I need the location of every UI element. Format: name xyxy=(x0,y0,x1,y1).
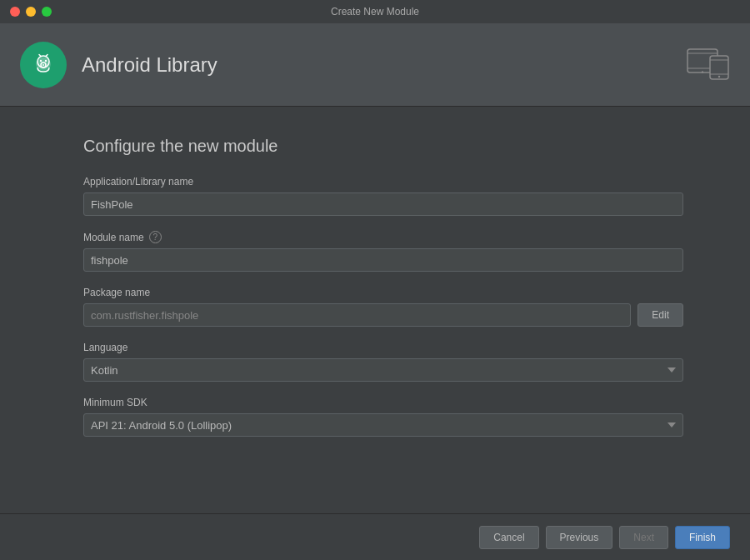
android-library-icon xyxy=(20,42,67,88)
module-name-help-icon[interactable]: ? xyxy=(149,231,162,243)
device-icon xyxy=(687,46,730,83)
svg-point-16 xyxy=(718,76,720,78)
maximize-button[interactable] xyxy=(42,7,52,17)
min-sdk-label: Minimum SDK xyxy=(83,397,683,408)
previous-button[interactable]: Previous xyxy=(546,526,613,549)
window-controls[interactable] xyxy=(10,7,52,17)
app-name-label: Application/Library name xyxy=(83,176,683,188)
svg-point-8 xyxy=(42,64,44,66)
language-select[interactable]: Kotlin Java xyxy=(83,358,683,382)
svg-point-3 xyxy=(40,59,42,61)
close-button[interactable] xyxy=(10,7,20,17)
min-sdk-group: Minimum SDK API 21: Android 5.0 (Lollipo… xyxy=(83,397,683,437)
svg-line-6 xyxy=(46,54,48,56)
form-content: Configure the new module Application/Lib… xyxy=(0,107,750,468)
next-button[interactable]: Next xyxy=(619,526,668,549)
module-name-input[interactable] xyxy=(83,248,683,272)
edit-package-button[interactable]: Edit xyxy=(638,303,683,327)
app-name-input[interactable] xyxy=(83,192,683,216)
finish-button[interactable]: Finish xyxy=(675,526,730,549)
cancel-button[interactable]: Cancel xyxy=(479,526,538,549)
app-name-group: Application/Library name xyxy=(83,176,683,216)
module-name-label: Module name ? xyxy=(83,231,683,243)
package-name-display: com.rustfisher.fishpole xyxy=(83,303,631,327)
svg-point-12 xyxy=(702,71,703,72)
svg-line-5 xyxy=(39,54,41,56)
package-name-group: Package name com.rustfisher.fishpole Edi… xyxy=(83,287,683,327)
svg-point-4 xyxy=(45,59,47,61)
section-title: Configure the new module xyxy=(83,137,683,156)
title-bar: Create New Module xyxy=(0,0,750,23)
module-name-group: Module name ? xyxy=(83,231,683,272)
window-title: Create New Module xyxy=(331,6,419,18)
dialog-footer: Cancel Previous Next Finish xyxy=(0,513,750,560)
package-name-row: com.rustfisher.fishpole Edit xyxy=(83,303,683,327)
language-label: Language xyxy=(83,342,683,353)
header-title: Android Library xyxy=(82,53,218,77)
package-name-label: Package name xyxy=(83,287,683,298)
dialog-header: Android Library xyxy=(0,23,750,107)
minimize-button[interactable] xyxy=(26,7,36,17)
language-group: Language Kotlin Java xyxy=(83,342,683,382)
min-sdk-select[interactable]: API 21: Android 5.0 (Lollipop) API 22: A… xyxy=(83,413,683,437)
